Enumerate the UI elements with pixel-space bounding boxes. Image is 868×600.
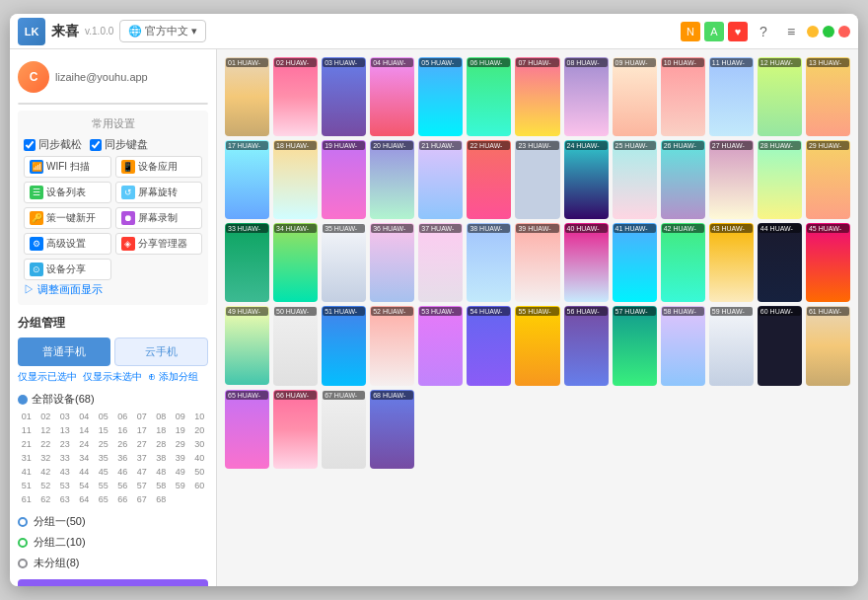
device-number[interactable]: 55: [95, 480, 112, 491]
device-number[interactable]: 30: [191, 438, 209, 450]
device-number[interactable]: 67: [133, 493, 151, 505]
device-number[interactable]: 09: [172, 411, 189, 422]
device-thumb[interactable]: 08 HUAW-: [564, 57, 609, 136]
device-number[interactable]: 53: [56, 480, 74, 491]
device-thumb[interactable]: 37 HUAW-: [418, 223, 463, 302]
device-thumb[interactable]: 67 HUAW-: [322, 390, 366, 469]
device-thumb[interactable]: 07 HUAW-: [515, 57, 559, 136]
device-thumb[interactable]: 42 HUAW-: [661, 223, 705, 302]
device-number[interactable]: 18: [153, 424, 171, 436]
sync-keyboard-checkbox[interactable]: 同步键盘: [90, 137, 148, 152]
device-number[interactable]: 50: [191, 466, 209, 478]
device-thumb[interactable]: 34 HUAW-: [273, 223, 318, 302]
device-thumb[interactable]: 05 HUAW-: [418, 57, 463, 136]
device-number[interactable]: 46: [114, 466, 132, 478]
device-thumb[interactable]: 02 HUAW-: [273, 57, 318, 136]
btn-one-key[interactable]: 🔑 策一键新开: [24, 207, 111, 229]
device-number[interactable]: 34: [76, 452, 94, 464]
device-number[interactable]: 14: [76, 424, 94, 436]
device-number[interactable]: 59: [172, 480, 189, 491]
device-thumb[interactable]: 39 HUAW-: [515, 223, 559, 302]
device-thumb[interactable]: 06 HUAW-: [467, 57, 511, 136]
device-number[interactable]: 45: [95, 466, 112, 478]
device-thumb[interactable]: 54 HUAW-: [467, 306, 511, 385]
device-number[interactable]: 64: [76, 493, 94, 505]
device-number[interactable]: 47: [133, 466, 151, 478]
device-thumb[interactable]: 36 HUAW-: [370, 223, 414, 302]
device-thumb[interactable]: 20 HUAW-: [370, 140, 414, 219]
btn-device-app[interactable]: 📱 设备应用: [115, 156, 203, 178]
device-number[interactable]: 01: [18, 411, 36, 422]
device-number[interactable]: 33: [56, 452, 74, 464]
device-thumb[interactable]: 21 HUAW-: [418, 140, 463, 219]
btn-normal-phone[interactable]: 普通手机: [18, 338, 110, 366]
btn-wifi-scan[interactable]: 📶 WIFI 扫描: [24, 156, 111, 178]
device-thumb[interactable]: 01 HUAW-: [225, 57, 269, 136]
device-number[interactable]: 05: [95, 411, 112, 422]
sync-screenshot-checkbox[interactable]: 同步截松: [24, 137, 82, 152]
tab-toolbox[interactable]: 工具箱: [113, 104, 208, 105]
device-number[interactable]: 48: [153, 466, 171, 478]
device-thumb[interactable]: 45 HUAW-: [806, 223, 850, 302]
help-icon-btn[interactable]: ?: [752, 20, 775, 43]
device-thumb[interactable]: 56 HUAW-: [564, 306, 609, 385]
lang-selector[interactable]: 🌐 官方中文 ▾: [119, 20, 206, 42]
device-number[interactable]: 04: [76, 411, 94, 422]
device-number[interactable]: 51: [18, 480, 36, 491]
device-thumb[interactable]: 28 HUAW-: [758, 140, 802, 219]
hint-hide[interactable]: 仅显示未选中: [83, 370, 142, 384]
device-number[interactable]: 29: [172, 438, 189, 450]
close-button[interactable]: [838, 26, 850, 38]
device-number[interactable]: 21: [18, 438, 36, 450]
minimize-button[interactable]: [807, 26, 819, 38]
device-thumb[interactable]: 44 HUAW-: [758, 223, 802, 302]
device-number[interactable]: 06: [114, 411, 132, 422]
device-number[interactable]: 37: [133, 452, 151, 464]
device-thumb[interactable]: 40 HUAW-: [564, 223, 609, 302]
device-number[interactable]: 40: [191, 452, 209, 464]
device-thumb[interactable]: 19 HUAW-: [322, 140, 366, 219]
device-number[interactable]: 24: [76, 438, 94, 450]
device-thumb[interactable]: 17 HUAW-: [225, 140, 269, 219]
device-thumb[interactable]: 12 HUAW-: [758, 57, 802, 136]
device-number[interactable]: 44: [76, 466, 94, 478]
device-thumb[interactable]: 22 HUAW-: [467, 140, 511, 219]
device-thumb[interactable]: 25 HUAW-: [613, 140, 657, 219]
device-number[interactable]: 60: [191, 480, 209, 491]
device-number[interactable]: 03: [56, 411, 74, 422]
device-thumb[interactable]: 26 HUAW-: [661, 140, 705, 219]
device-number[interactable]: 23: [56, 438, 74, 450]
device-thumb[interactable]: 03 HUAW-: [322, 57, 366, 136]
device-number[interactable]: 12: [37, 424, 55, 436]
device-thumb[interactable]: 09 HUAW-: [613, 57, 657, 136]
device-thumb[interactable]: 59 HUAW-: [709, 306, 754, 385]
device-number[interactable]: 20: [191, 424, 209, 436]
device-number[interactable]: 16: [114, 424, 132, 436]
device-number[interactable]: 02: [37, 411, 55, 422]
device-number[interactable]: 68: [153, 493, 171, 505]
device-thumb[interactable]: 43 HUAW-: [709, 223, 754, 302]
device-number[interactable]: 17: [133, 424, 151, 436]
btn-advanced[interactable]: ⚙ 高级设置: [24, 233, 111, 255]
device-number[interactable]: 57: [133, 480, 151, 491]
icon-n[interactable]: N: [681, 22, 700, 41]
device-number[interactable]: 56: [114, 480, 132, 491]
device-number[interactable]: 36: [114, 452, 132, 464]
device-number[interactable]: 28: [153, 438, 171, 450]
device-number[interactable]: 65: [95, 493, 112, 505]
device-number[interactable]: 07: [133, 411, 151, 422]
device-thumb[interactable]: 24 HUAW-: [564, 140, 609, 219]
device-thumb[interactable]: 49 HUAW-: [225, 306, 269, 385]
tab-common-settings[interactable]: 常用设置: [19, 104, 113, 105]
device-thumb[interactable]: 61 HUAW-: [806, 306, 850, 385]
device-thumb[interactable]: 33 HUAW-: [225, 223, 269, 302]
icon-heart[interactable]: ♥: [728, 22, 748, 41]
device-number[interactable]: 32: [37, 452, 55, 464]
sync-keyboard-input[interactable]: [90, 139, 102, 151]
device-number[interactable]: 11: [18, 424, 36, 436]
device-number[interactable]: 10: [191, 411, 209, 422]
device-thumb[interactable]: 66 HUAW-: [273, 390, 318, 469]
device-thumb[interactable]: 58 HUAW-: [661, 306, 705, 385]
device-thumb[interactable]: 57 HUAW-: [613, 306, 657, 385]
device-thumb[interactable]: 55 HUAW-: [515, 306, 559, 385]
